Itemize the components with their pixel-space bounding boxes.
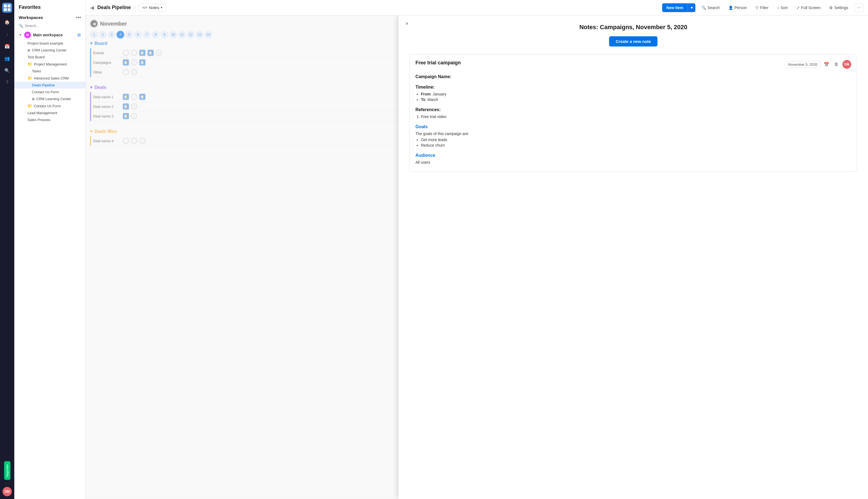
search-button[interactable]: 🔍 Search: [699, 4, 722, 12]
date-pill-6[interactable]: 6: [134, 31, 142, 38]
board-icon: ⊞: [27, 48, 30, 52]
cell-icon[interactable]: 📝: [123, 94, 129, 100]
filter-button[interactable]: ▽ Filter: [753, 4, 771, 12]
delete-icon[interactable]: 🗑: [832, 61, 840, 68]
filter-icon: ▽: [756, 5, 759, 10]
cell-icon[interactable]: 📝: [139, 59, 146, 65]
cell-icon[interactable]: 📝: [123, 104, 129, 109]
sidebar-workspace-main[interactable]: ▼ M Main workspace ⊕: [14, 30, 86, 40]
user-avatar[interactable]: DM: [2, 487, 12, 496]
sidebar-item-crm-learning[interactable]: ⊞ CRM Learning Center: [14, 47, 86, 54]
group-name-board: Board: [95, 41, 107, 46]
sidebar-search[interactable]: 🔍: [14, 23, 86, 30]
more-options-button[interactable]: ···: [854, 3, 864, 12]
calendar-icon[interactable]: 📅: [2, 41, 12, 51]
new-item-arrow[interactable]: ▾: [688, 3, 695, 12]
date-pill-11[interactable]: 11: [178, 31, 186, 38]
topbar-title: Deals Pipeline: [97, 5, 131, 11]
note-title: Free trial campaign: [415, 60, 461, 66]
workspaces-more-icon[interactable]: •••: [76, 15, 81, 20]
settings-button[interactable]: ⚙ Settings: [827, 4, 851, 12]
group-chevron-board: ▾: [90, 41, 92, 46]
create-note-button[interactable]: Create a new note: [609, 36, 657, 47]
row-name: Deal name 4: [93, 139, 121, 143]
home-icon[interactable]: 🏠: [2, 17, 12, 27]
date-pill-9[interactable]: 9: [161, 31, 168, 38]
chevron-down-icon: ▾: [161, 6, 162, 9]
sidebar-search-input[interactable]: [25, 24, 81, 28]
note-section-goals: Goals: [415, 124, 851, 129]
date-pill-2[interactable]: 2: [99, 31, 106, 38]
cell-icon[interactable]: 📝: [148, 50, 154, 56]
date-pill-5[interactable]: 5: [125, 31, 133, 38]
upgrade-button[interactable]: Upgrade: [4, 461, 11, 480]
workspace-avatar: M: [24, 32, 31, 38]
date-pill-4[interactable]: 4: [116, 31, 124, 38]
cell-circle: [123, 138, 129, 144]
cell-add[interactable]: +: [139, 138, 146, 144]
sidebar-item-advanced-crm[interactable]: 📁 Advanced Sales CRM: [14, 75, 86, 82]
date-pill-8[interactable]: 8: [152, 31, 160, 38]
sidebar-item-project-board[interactable]: Project board example: [14, 40, 86, 47]
date-pill-1[interactable]: 1: [90, 31, 98, 38]
row-name: Deal name 2: [93, 105, 121, 109]
search-icon[interactable]: 🔍: [2, 65, 12, 75]
note-field-campaign-name: Campaign Name:: [415, 74, 851, 79]
date-pill-7[interactable]: 7: [143, 31, 151, 38]
workspace-add-icon[interactable]: ⊕: [77, 32, 81, 38]
date-pill-3[interactable]: 3: [108, 31, 115, 38]
fullscreen-icon: ⤢: [796, 5, 800, 10]
help-icon[interactable]: ?: [2, 77, 12, 87]
sidebar-item-test-board[interactable]: Test Board: [14, 54, 86, 61]
notes-button[interactable]: </> Notes ▾: [139, 3, 166, 12]
app-logo[interactable]: [2, 3, 12, 13]
cell-add[interactable]: +: [131, 113, 137, 119]
note-date: November 5, 2020: [785, 61, 820, 68]
sidebar-item-contact-form-1[interactable]: Contact Us Form: [14, 88, 86, 96]
note-card-header: Free trial campaign November 5, 2020 📅 🗑…: [415, 60, 851, 69]
date-pill-13[interactable]: 13: [196, 31, 203, 38]
cell-icon[interactable]: 📝: [139, 50, 146, 56]
sidebar-toggle-button[interactable]: ◀: [90, 5, 94, 11]
cell-icon[interactable]: 📝: [139, 94, 146, 100]
inbox-icon[interactable]: ↓: [2, 29, 12, 39]
sidebar-item-crm-learning-2[interactable]: ⊞ CRM Learning Center: [14, 96, 86, 102]
row-name: Campaigns: [93, 61, 121, 65]
sidebar-item-sales-process[interactable]: Sales Process: [14, 117, 86, 123]
calendar-icon[interactable]: 📅: [823, 61, 830, 68]
cell-add[interactable]: +: [156, 50, 162, 56]
team-icon[interactable]: 👥: [2, 53, 12, 63]
date-pill-12[interactable]: 12: [187, 31, 194, 38]
sidebar-item-contact-form-2[interactable]: 📁 Contact Us Form: [14, 102, 86, 109]
workspace-collapse-icon[interactable]: ▼: [19, 33, 22, 37]
sidebar-workspaces-header: Workspaces •••: [14, 12, 86, 23]
group-chevron-deals-won: ▾: [90, 129, 92, 134]
cell-add[interactable]: +: [131, 104, 137, 109]
cell-icon[interactable]: 📝: [123, 59, 129, 65]
date-pill-10[interactable]: 10: [169, 31, 177, 38]
row-name: Deal name 3: [93, 114, 121, 118]
note-goals-list: Get more leads Reduce churn: [415, 137, 851, 147]
sidebar-item-deals-pipeline[interactable]: Deals Pipeline: [14, 82, 86, 88]
cell-icon[interactable]: 📝: [123, 113, 129, 119]
search-icon-top: 🔍: [702, 5, 706, 10]
note-meta: November 5, 2020 📅 🗑 DM: [785, 60, 851, 69]
sidebar: Favorites Workspaces ••• 🔍 ▼ M Main work…: [14, 0, 86, 499]
new-item-label: New Item: [662, 3, 688, 12]
list-item: Get more leads: [421, 137, 851, 142]
person-button[interactable]: 👤 Person: [726, 4, 749, 12]
sidebar-item-tasks[interactable]: Tasks: [14, 68, 86, 75]
sort-button[interactable]: ↕ Sort: [775, 4, 791, 12]
fullscreen-button[interactable]: ⤢ Full Screen: [794, 4, 823, 12]
list-item: To: March: [421, 97, 851, 102]
sidebar-item-lead-management[interactable]: Lead Management: [14, 109, 86, 117]
sort-label: Sort: [781, 5, 788, 10]
sidebar-item-project-management[interactable]: 📁 Project Management: [14, 61, 86, 68]
new-item-button[interactable]: New Item ▾: [662, 3, 695, 12]
date-prev-button[interactable]: ◀: [90, 20, 98, 27]
cell-add[interactable]: +: [131, 59, 137, 65]
person-icon: 👤: [728, 5, 733, 10]
date-pill-14[interactable]: 14: [204, 31, 212, 38]
row-name: Deal name 1: [93, 95, 121, 99]
cell-add[interactable]: +: [131, 69, 137, 75]
